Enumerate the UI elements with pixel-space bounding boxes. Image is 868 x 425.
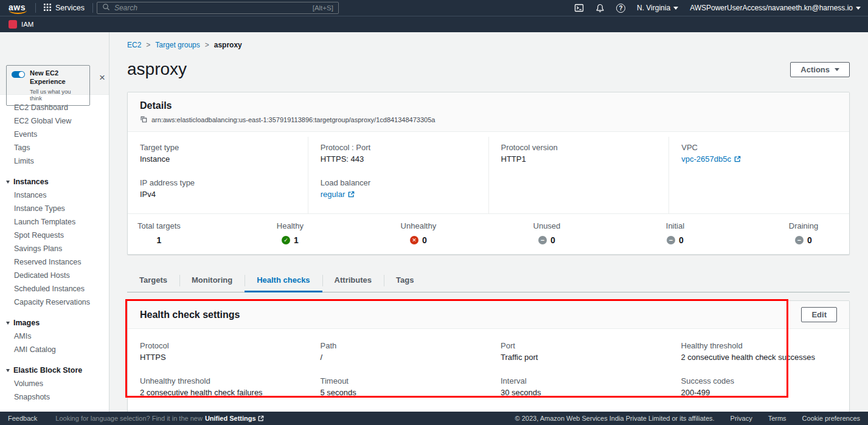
section-expanded-icon [6, 369, 10, 372]
counter-value: 0 [550, 235, 555, 245]
services-grid-icon [44, 4, 51, 13]
section-label: Instances [13, 178, 49, 186]
details-column: Target typeInstance IP address typeIPv4 [128, 137, 308, 213]
sidebar-item-launch-templates[interactable]: Launch Templates [0, 215, 109, 229]
sidebar-navigation: EC2 Dashboard EC2 Global View Events Tag… [0, 95, 109, 404]
unified-settings-link[interactable]: Unified Settings [205, 415, 264, 422]
cloudshell-button[interactable] [574, 3, 584, 13]
new-ec2-experience-banner[interactable]: New EC2 Experience Tell us what you thin… [6, 65, 90, 106]
sidebar-item-ec2-global-view[interactable]: EC2 Global View [0, 114, 109, 128]
tab-monitoring[interactable]: Monitoring [179, 269, 245, 292]
sidebar-item-volumes[interactable]: Volumes [0, 377, 109, 390]
edit-button[interactable]: Edit [801, 307, 837, 322]
field-value: Traffic port [501, 353, 657, 362]
sidebar-section-elastic-block-store: Elastic Block Store Volumes Snapshots [0, 364, 109, 404]
copyright-text: © 2023, Amazon Web Services India Privat… [515, 415, 715, 422]
counter-label: Unhealthy [400, 221, 437, 230]
sidebar-item-tags[interactable]: Tags [0, 141, 109, 154]
sidebar-item-limits[interactable]: Limits [0, 154, 109, 168]
external-link-icon [258, 415, 264, 421]
counter-initial: Initial 0 [656, 221, 694, 245]
breadcrumb-link-target-groups[interactable]: Target groups [155, 41, 200, 49]
breadcrumb-separator: > [205, 41, 209, 49]
field-label: Interval [501, 376, 657, 385]
breadcrumb-separator: > [146, 41, 150, 49]
new-experience-toggle[interactable] [12, 71, 25, 78]
vpc-link[interactable]: vpc-2657db5c [681, 154, 731, 164]
actions-button[interactable]: Actions [790, 62, 850, 77]
close-icon[interactable]: × [99, 72, 105, 83]
sidebar-item-dedicated-hosts[interactable]: Dedicated Hosts [0, 269, 109, 282]
counter-value: 0 [807, 235, 812, 245]
page-title: asproxy [127, 60, 187, 79]
sidebar-item-snapshots[interactable]: Snapshots [0, 390, 109, 404]
favorite-iam-label: IAM [21, 21, 33, 28]
sidebar-section-ebs-header[interactable]: Elastic Block Store [0, 364, 109, 377]
sidebar-item-ami-catalog[interactable]: AMI Catalog [0, 343, 109, 356]
sidebar-section-instances: Instances Instances Instance Types Launc… [0, 175, 109, 309]
tab-attributes[interactable]: Attributes [322, 269, 384, 292]
caret-down-icon [856, 7, 861, 10]
notifications-bell-icon[interactable] [595, 4, 605, 13]
feedback-link[interactable]: Feedback [8, 415, 37, 422]
region-selector[interactable]: N. Virginia [637, 4, 678, 12]
favorite-iam[interactable]: IAM [9, 20, 33, 29]
aws-logo[interactable]: aws [7, 2, 29, 14]
caret-down-icon [673, 7, 678, 10]
search-input[interactable] [114, 4, 308, 12]
account-menu[interactable]: AWSPowerUserAccess/navaneeth.kn@harness.… [690, 4, 861, 12]
counter-label: Total targets [137, 221, 181, 230]
sidebar-item-scheduled-instances[interactable]: Scheduled Instances [0, 282, 109, 295]
sidebar-item-spot-requests[interactable]: Spot Requests [0, 229, 109, 242]
counter-value: 1 [294, 235, 299, 245]
cookie-preferences-link[interactable]: Cookie preferences [802, 415, 860, 422]
tab-targets[interactable]: Targets [127, 269, 179, 292]
section-expanded-icon [6, 181, 10, 184]
details-card: Details arn:aws:elasticloadbalancing:us-… [127, 92, 850, 255]
search-icon [102, 3, 110, 13]
page-header: asproxy Actions [127, 60, 850, 79]
counter-total-targets: Total targets 1 [137, 221, 181, 245]
health-check-column: ProtocolHTTPS Unhealthy threshold2 conse… [128, 334, 308, 412]
field-value: 30 seconds [501, 388, 657, 397]
healthy-status-icon [282, 236, 290, 244]
sidebar-item-reserved-instances[interactable]: Reserved Instances [0, 255, 109, 269]
health-check-column: Healthy threshold2 consecutive health ch… [669, 334, 850, 412]
account-label: AWSPowerUserAccess/navaneeth.kn@harness.… [690, 4, 853, 12]
arn-row: arn:aws:elasticloadbalancing:us-east-1:3… [140, 116, 837, 124]
section-expanded-icon [6, 322, 10, 325]
tab-tags[interactable]: Tags [384, 269, 426, 292]
sidebar-section-images-header[interactable]: Images [0, 316, 109, 330]
target-group-arn: arn:aws:elasticloadbalancing:us-east-1:3… [151, 116, 435, 123]
load-balancer-link[interactable]: regular [321, 190, 345, 199]
copy-icon[interactable] [140, 116, 147, 124]
sidebar-section-instances-header[interactable]: Instances [0, 175, 109, 188]
language-selection-notice: Looking for language selection? Find it … [55, 415, 263, 422]
counter-label: Unused [528, 221, 566, 230]
favorites-bar: IAM [0, 16, 868, 32]
sidebar-item-events[interactable]: Events [0, 128, 109, 141]
terms-link[interactable]: Terms [768, 415, 786, 422]
tab-bar: Targets Monitoring Health checks Attribu… [127, 269, 850, 292]
breadcrumb-link-ec2[interactable]: EC2 [127, 41, 141, 49]
services-menu[interactable]: Services [36, 0, 92, 16]
counter-value: 0 [679, 235, 684, 245]
breadcrumb-current: asproxy [214, 41, 242, 49]
global-search[interactable]: [Alt+S] [97, 2, 339, 14]
sidebar-item-savings-plans[interactable]: Savings Plans [0, 242, 109, 255]
sidebar-item-instances[interactable]: Instances [0, 188, 109, 202]
field-label: Path [321, 341, 477, 350]
help-button[interactable]: ? [616, 4, 625, 13]
main-content: EC2 > Target groups > asproxy asproxy Ac… [109, 32, 868, 412]
actions-button-label: Actions [800, 65, 830, 74]
sidebar-item-amis[interactable]: AMIs [0, 330, 109, 343]
privacy-link[interactable]: Privacy [731, 415, 752, 422]
target-counters: Total targets 1 Healthy 1 Unhealthy 0 Un… [128, 213, 849, 254]
top-nav-utilities: ? N. Virginia AWSPowerUserAccess/navanee… [574, 3, 861, 13]
tab-health-checks[interactable]: Health checks [245, 269, 322, 292]
new-experience-title: New EC2 Experience [30, 69, 85, 86]
counter-value: 1 [157, 235, 162, 245]
sidebar-section-images: Images AMIs AMI Catalog [0, 316, 109, 356]
sidebar-item-capacity-reservations[interactable]: Capacity Reservations [0, 295, 109, 309]
sidebar-item-instance-types[interactable]: Instance Types [0, 202, 109, 215]
